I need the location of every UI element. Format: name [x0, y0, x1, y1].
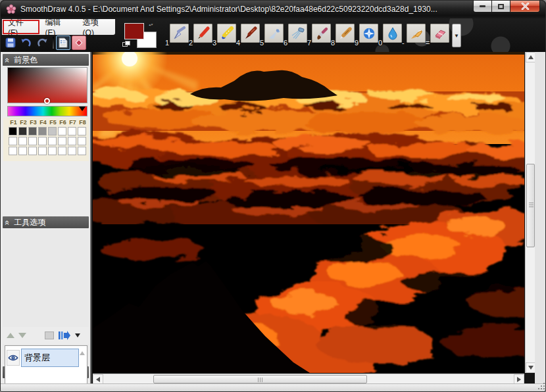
tool-airbrush[interactable]: 6 [284, 22, 307, 47]
layer-move-down-icon[interactable] [18, 333, 26, 338]
pencil-icon[interactable] [193, 24, 212, 43]
layer-list-scroll-up-icon[interactable] [80, 351, 85, 355]
shape-stamp-button[interactable] [72, 36, 86, 50]
palette-swatch[interactable] [18, 137, 27, 145]
palette-swatch[interactable] [18, 127, 27, 135]
diamond-icon [75, 39, 83, 47]
hue-slider-marker[interactable] [79, 107, 86, 111]
foreground-color-swatch[interactable] [124, 23, 144, 39]
hue-slider[interactable] [7, 106, 87, 116]
vertical-scroll-thumb[interactable] [526, 164, 535, 247]
tool-paint-brush[interactable]: 7 [307, 22, 331, 47]
layer-properties-icon[interactable] [45, 331, 54, 339]
maximize-icon [498, 4, 504, 9]
tool-pencil[interactable]: 2 [189, 22, 212, 47]
tool-smudge-finger[interactable]: - [402, 22, 426, 47]
layer-menu-caret-icon[interactable] [75, 333, 80, 337]
collapse-chevron-icon[interactable]: « [3, 220, 12, 224]
color-swatch-group: ⇔ [122, 22, 159, 50]
collapse-chevron-icon[interactable]: « [3, 57, 12, 62]
close-button[interactable] [510, 1, 540, 12]
palette-swatch[interactable] [68, 137, 76, 145]
marker-icon[interactable] [217, 24, 236, 43]
scroll-up-icon [528, 55, 534, 59]
soft-airbrush-icon[interactable] [264, 24, 284, 43]
palette-swatch[interactable] [9, 127, 17, 135]
palette-swatch[interactable] [9, 147, 17, 155]
layer-move-up-icon[interactable] [7, 333, 14, 338]
tool-soft-airbrush[interactable]: 5 [260, 22, 284, 47]
layer-visibility-button[interactable] [7, 350, 20, 366]
palette-swatch[interactable] [58, 127, 66, 135]
maximize-button[interactable] [492, 1, 510, 12]
tool-pen[interactable]: 1 [165, 22, 189, 47]
panel-title: 工具选项 [14, 217, 45, 228]
airbrush-icon[interactable] [288, 24, 307, 43]
palette-swatch[interactable] [48, 127, 57, 135]
palette-swatch[interactable] [68, 147, 76, 155]
palette-swatch[interactable] [28, 127, 37, 135]
tool-water-drop[interactable]: 0 [378, 22, 402, 47]
layer-row-background[interactable]: 背景层 [21, 349, 79, 367]
palette-swatch[interactable] [38, 127, 47, 135]
palette-swatch[interactable] [58, 137, 66, 145]
palette-swatch[interactable] [9, 137, 17, 145]
resize-grip[interactable] [537, 382, 545, 390]
tool-bristle-brush[interactable]: 8 [331, 22, 355, 47]
palette-swatch[interactable] [78, 127, 86, 135]
palette-column-label: F1 [9, 119, 18, 126]
bristle-brush-icon[interactable] [335, 24, 355, 43]
eye-icon [8, 354, 18, 362]
palette-swatch[interactable] [78, 147, 86, 155]
palette-swatch[interactable] [58, 147, 66, 155]
canvas-image[interactable] [93, 52, 524, 373]
default-colors-icon[interactable] [122, 41, 130, 47]
paint-brush-icon[interactable] [312, 24, 331, 43]
palette-swatch[interactable] [38, 137, 47, 145]
save-button[interactable] [3, 36, 18, 50]
layer-merge-icon[interactable] [58, 330, 71, 341]
minimize-button[interactable] [473, 1, 492, 12]
palette-swatch[interactable] [28, 137, 37, 145]
palette-swatch[interactable] [18, 147, 27, 155]
window-title: SmoothDraw 4.0.5 - E:\Document And Setti… [20, 5, 474, 14]
redo-button[interactable] [35, 36, 49, 50]
saturation-value-picker[interactable] [7, 67, 87, 103]
window-frame-bottom [1, 383, 546, 391]
palette-swatch[interactable] [68, 127, 76, 135]
palette-column-label: F6 [58, 119, 68, 126]
brush-tools-strip: 1 2 3 4 5 [165, 22, 461, 47]
thumb-grip [529, 203, 534, 203]
panel-title: 前景色 [14, 55, 37, 66]
tool-brush-pen[interactable]: 4 [236, 22, 260, 47]
scroll-down-icon [528, 366, 534, 370]
palette-swatch[interactable] [48, 137, 57, 145]
view-document-button[interactable] [56, 36, 70, 50]
tool-sparkle[interactable]: 9 [355, 22, 378, 47]
eraser-icon[interactable] [430, 24, 449, 43]
quick-toolbar [3, 35, 87, 51]
panel-header-foreground-color[interactable]: « 前景色 [3, 54, 89, 66]
vertical-scrollbar[interactable] [525, 52, 535, 373]
sv-picker-marker[interactable] [44, 98, 50, 104]
pen-icon[interactable] [170, 24, 189, 43]
palette-swatch[interactable] [78, 137, 86, 145]
undo-button[interactable] [19, 36, 34, 50]
palette-swatch[interactable] [28, 147, 37, 155]
tool-eraser[interactable]: = [426, 22, 449, 47]
sparkle-icon[interactable] [359, 24, 378, 43]
panel-header-tool-options[interactable]: « 工具选项 [3, 216, 89, 228]
water-drop-icon[interactable] [383, 24, 402, 43]
palette-swatch[interactable] [38, 147, 47, 155]
brush-pen-icon[interactable] [241, 24, 260, 43]
tool-marker[interactable]: 3 [212, 22, 236, 47]
smudge-finger-icon[interactable] [407, 24, 426, 43]
palette-swatch[interactable] [48, 147, 57, 155]
palette-grid [9, 127, 89, 157]
redo-icon [36, 37, 48, 49]
horizontal-scrollbar[interactable] [93, 374, 524, 384]
close-icon [521, 3, 530, 10]
tools-dropdown-button[interactable]: ▼ [452, 24, 461, 47]
palette-column-label: F3 [28, 119, 38, 126]
horizontal-scroll-thumb[interactable] [153, 375, 367, 383]
